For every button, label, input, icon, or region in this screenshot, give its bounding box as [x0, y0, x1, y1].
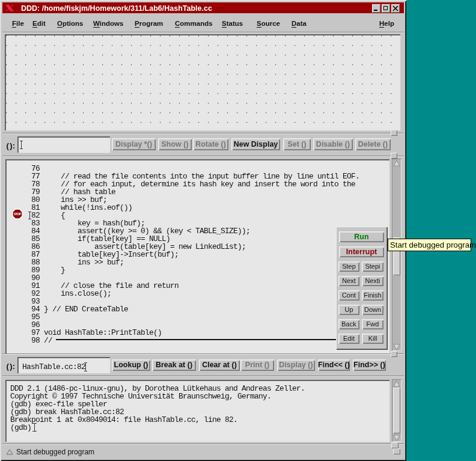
svg-text:STOP: STOP: [14, 212, 22, 216]
